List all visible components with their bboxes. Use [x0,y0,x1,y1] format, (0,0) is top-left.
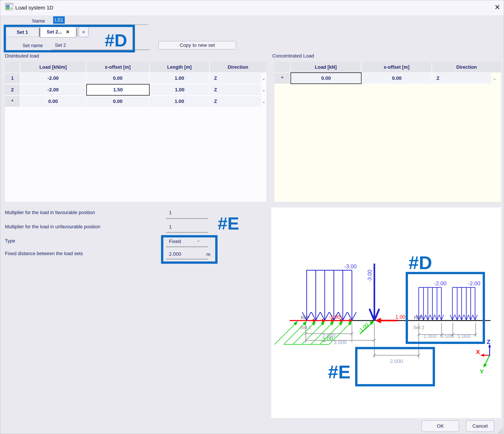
unfavourable-multiplier-input[interactable]: 1 [169,224,172,230]
point-load-value: -3.00 [367,270,373,282]
point-load-green-value: -1.00 [357,322,369,334]
cancel-button[interactable]: Cancel [466,420,494,432]
between-sets-dim-label: 2.000 [390,358,403,364]
set2-ref-label: REF [414,315,423,320]
name-input[interactable]: LS1 [53,16,65,24]
fixed-distance-label: Fixed distance between the load sets [5,251,83,256]
load-system-dialog: Load system 1D ✕ Name LS1 Set 1 Set 2...… [0,0,504,434]
col-header: x-offset [m] [86,62,149,72]
title-bar [0,0,504,16]
col-header: Load [kN] [290,62,361,72]
col-header: Direction [210,62,266,72]
field-underline [166,218,208,219]
field-underline [166,232,208,233]
annotation-d-label: #D [105,30,127,51]
set2-dim2-label: 0.500 [441,333,454,339]
cell-xoffset[interactable]: 0.00 [86,73,149,84]
cell-load[interactable]: -2.00 [20,84,86,95]
app-icon [5,3,13,10]
set1-load-value: -3.00 [344,263,357,270]
row-number: 2 [5,84,20,95]
chevron-down-icon[interactable]: ⌄ [261,96,266,107]
cell-length[interactable]: 1.00 [150,73,209,84]
cell-length[interactable]: 1.00 [150,84,209,95]
name-label: Name [32,18,45,24]
load-diagram-preview: REF REF Set 1 Set 2 -3.00 -3.00 -2.00 -2… [271,207,501,418]
col-header: x-offset [m] [361,62,432,72]
axis-z-label: Z [487,338,490,345]
cell-length[interactable]: 1.00 [150,96,209,107]
ok-button[interactable]: OK [422,420,459,432]
type-label: Type [5,238,15,244]
annotation-e-diagram-box [356,348,434,385]
row-number: * [274,73,290,84]
set1-dim2-label: 3.000 [333,339,347,345]
set1-ref-label: REF [301,315,310,320]
cell-xoffset[interactable]: 0.00 [86,96,149,107]
copy-to-new-set-button[interactable]: Copy to new set [158,41,236,49]
dialog-title: Load system 1D [15,5,53,11]
col-header: Direction [432,62,501,72]
col-header: Length [m] [150,62,209,72]
row-number: 1 [5,73,20,84]
col-header: Load [kN/m] [20,62,86,72]
set2-load2-value: -2.00 [468,280,480,286]
favourable-multiplier-label: Multiplier for the load in favourable po… [5,210,95,215]
chevron-down-icon[interactable]: ⌄ [261,84,266,95]
cell-xoffset-selected[interactable]: 1.50 [86,84,150,96]
annotation-d-diagram-label: #D [409,253,432,273]
col-header-blank [5,62,20,72]
unfavourable-multiplier-label: Multiplier for the load in unfavourable … [5,224,100,230]
close-icon[interactable]: ✕ [492,2,502,12]
annotation-e-box [161,235,217,264]
cell-xoffset[interactable]: 0.00 [362,73,432,84]
axis-triad [480,344,491,367]
concentrated-table: Load [kN] x-offset [m] Direction * 0.00 … [274,62,501,202]
set2-dim3-label: 1.000 [457,333,470,339]
col-header-blank [274,62,290,72]
cell-direction[interactable]: Z [210,96,261,107]
point-load-x-value: 1.00 [396,314,405,320]
cell-load-selected[interactable]: 0.00 [290,72,361,84]
set1-moment-value: -1.00 [329,314,340,320]
cell-direction[interactable]: Z [432,73,491,84]
concentrated-section-label: Concentrated Load [272,53,314,59]
favourable-multiplier-input[interactable]: 1 [169,210,172,215]
distributed-section-label: Distributed load [5,53,39,59]
set2-label: Set 2 [413,325,424,330]
axis-x-label: X [476,349,480,355]
set2-dim1-label: 1.000 [423,333,436,339]
set1-dim1-label: 2.000 [322,333,335,339]
cell-direction[interactable]: Z [210,84,261,95]
set1-label: Set 1 [300,325,311,330]
chevron-down-icon[interactable]: ⌄ [261,73,266,84]
annotation-e-diagram-label: #E [328,362,351,382]
set2-load1-value: -2.00 [434,280,446,286]
row-number: * [5,96,20,107]
axis-y-label: Y [480,368,484,375]
cell-direction[interactable]: Z [210,73,261,84]
cell-load[interactable]: 0.00 [20,96,86,107]
annotation-e-label: #E [218,213,239,234]
resize-grip[interactable] [498,429,503,433]
set2-arrowheads [416,315,477,320]
chevron-down-icon[interactable]: ⌄ [492,73,497,84]
distributed-table: Load [kN/m] x-offset [m] Length [m] Dire… [5,62,266,202]
cell-load[interactable]: -2.00 [20,73,86,84]
